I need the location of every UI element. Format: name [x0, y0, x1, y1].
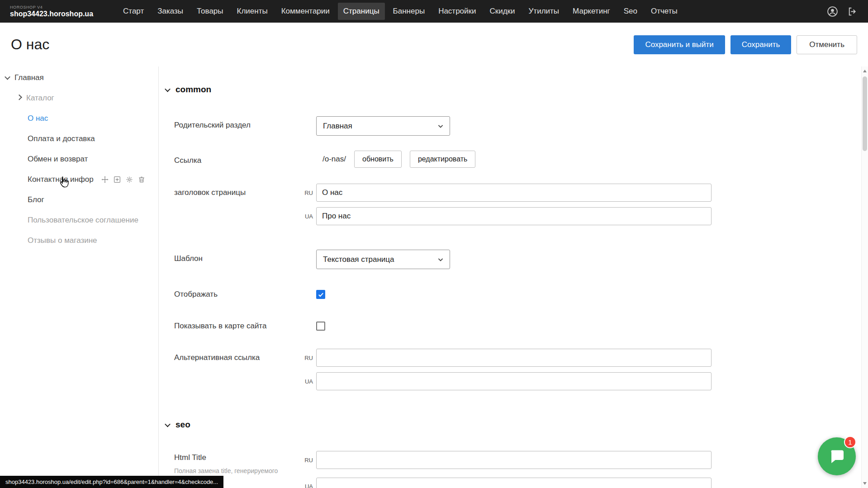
lang-badge-ru: RU: [299, 355, 313, 361]
nav-item-pages[interactable]: Страницы: [338, 3, 385, 20]
topbar-actions: [826, 5, 858, 18]
chevron-right-icon: [16, 95, 22, 100]
sidebar-item-label: Блог: [28, 195, 44, 204]
html-title-ua-input[interactable]: [316, 478, 711, 488]
nav-item-settings[interactable]: Настройки: [433, 3, 481, 20]
chat-unread-badge: 1: [844, 436, 856, 448]
template-select[interactable]: Текстовая страница: [316, 250, 450, 269]
sidebar-item-otzyvy-o-magazine[interactable]: Отзывы о магазине: [0, 230, 158, 251]
sidebar-item-label: Пользовательское соглашение: [28, 216, 138, 225]
lang-badge-ua: UA: [299, 378, 313, 385]
header-buttons: Сохранить и выйти Сохранить Отменить: [634, 35, 857, 54]
nav-item-comments[interactable]: Комментарии: [276, 3, 335, 20]
sidebar-item-label: Каталог: [26, 94, 54, 103]
sidebar-item-o-nas[interactable]: О нас: [0, 108, 158, 128]
save-button[interactable]: Сохранить: [730, 35, 791, 54]
section-seo-label: seo: [175, 420, 190, 430]
display-checkbox[interactable]: [316, 290, 325, 299]
brand[interactable]: HOROSHOP V4 shop34423.horoshop.ua: [10, 5, 93, 18]
alt-link-ru-input[interactable]: [316, 349, 711, 367]
sidebar-item-label: Оплата и доставка: [28, 134, 95, 143]
sidebar-item-blog[interactable]: Блог: [0, 190, 158, 210]
brand-domain: shop34423.horoshop.ua: [10, 10, 93, 18]
chat-bubble-icon: [828, 448, 845, 465]
vertical-scrollbar[interactable]: [861, 66, 868, 488]
chevron-down-icon: [5, 74, 10, 80]
html-title-label: Html Title: [174, 453, 206, 462]
parent-section-value: Главная: [323, 122, 352, 131]
sidebar-page-tree: Главная Каталог О нас Оплата и доставка …: [0, 66, 159, 488]
parent-section-label: Родительский раздел: [174, 121, 251, 130]
sitemap-label: Показывать в карте сайта: [174, 322, 266, 331]
page-header: О нас Сохранить и выйти Сохранить Отмени…: [0, 23, 868, 66]
nav-item-utilities[interactable]: Утилиты: [523, 3, 565, 20]
sidebar-item-katalog[interactable]: Каталог: [0, 88, 158, 108]
scrollbar-thumb[interactable]: [863, 76, 867, 151]
cancel-button[interactable]: Отменить: [797, 35, 857, 54]
chevron-down-icon: [165, 86, 171, 92]
sidebar-item-kontaktnaya-informatsiya[interactable]: Контактная инфор: [0, 169, 158, 190]
link-preview-statusbar: shop34423.horoshop.ua/edit/edit.php?id=6…: [0, 476, 223, 488]
topbar: HOROSHOP V4 shop34423.horoshop.ua Старт …: [0, 0, 868, 23]
parent-section-select[interactable]: Главная: [316, 116, 450, 136]
nav-item-products[interactable]: Товары: [191, 3, 228, 20]
section-common-label: common: [175, 85, 211, 95]
nav-item-marketing[interactable]: Маркетинг: [567, 3, 616, 20]
page-title-field-label: заголовок страницы: [174, 188, 246, 197]
link-row: /o-nas/ обновить редактировать: [323, 151, 475, 168]
page-title-ua-input[interactable]: [316, 207, 711, 225]
page-title: О нас: [11, 36, 49, 53]
sidebar-item-oplata-i-dostavka[interactable]: Оплата и доставка: [0, 128, 158, 149]
nav-item-orders[interactable]: Заказы: [152, 3, 189, 20]
gear-icon[interactable]: [125, 175, 133, 184]
nav-item-start[interactable]: Старт: [118, 3, 149, 20]
sidebar-item-obmen-i-vozvrat[interactable]: Обмен и возврат: [0, 149, 158, 169]
move-icon[interactable]: [101, 175, 109, 184]
html-title-ru-input[interactable]: [316, 451, 711, 469]
nav-item-discounts[interactable]: Скидки: [484, 3, 520, 20]
link-path: /o-nas/: [323, 155, 346, 164]
nav-item-clients[interactable]: Клиенты: [232, 3, 273, 20]
section-common[interactable]: common: [166, 85, 211, 95]
chat-widget-button[interactable]: 1: [818, 437, 856, 475]
sitemap-checkbox[interactable]: [316, 322, 325, 331]
display-label: Отображать: [174, 290, 218, 299]
sidebar-item-label: Контактная инфор: [28, 175, 94, 184]
sidebar-item-label: О нас: [28, 114, 48, 123]
lang-badge-ua: UA: [299, 213, 313, 220]
lang-badge-ru: RU: [299, 457, 313, 464]
save-and-exit-button[interactable]: Сохранить и выйти: [634, 35, 725, 54]
page-title-ru-input[interactable]: [316, 184, 711, 202]
nav-item-reports[interactable]: Отчеты: [645, 3, 683, 20]
template-label: Шаблон: [174, 254, 203, 263]
page-edit-form: common Родительский раздел Главная Ссылк…: [159, 66, 857, 488]
top-nav: Старт Заказы Товары Клиенты Комментарии …: [118, 3, 683, 20]
app-root: HOROSHOP V4 shop34423.horoshop.ua Старт …: [0, 0, 868, 488]
logout-icon[interactable]: [847, 6, 858, 17]
sidebar-item-label: Отзывы о магазине: [28, 236, 97, 245]
nav-item-seo[interactable]: Seo: [618, 3, 643, 20]
tree-row-actions: [101, 175, 146, 184]
scroll-down-arrow[interactable]: [862, 480, 868, 487]
link-refresh-button[interactable]: обновить: [354, 151, 402, 168]
sidebar-item-label: Обмен и возврат: [28, 155, 88, 164]
link-label: Ссылка: [174, 156, 201, 165]
add-icon[interactable]: [113, 175, 121, 184]
link-edit-button[interactable]: редактировать: [410, 151, 475, 168]
html-title-hint: Полная замена title, генерируемого: [174, 467, 278, 474]
scroll-up-arrow[interactable]: [862, 67, 868, 75]
lang-badge-ua: UA: [299, 483, 313, 488]
nav-item-banners[interactable]: Баннеры: [388, 3, 431, 20]
alt-link-label: Альтернативная ссылка: [174, 353, 260, 362]
section-seo[interactable]: seo: [166, 420, 190, 430]
alt-link-ua-input[interactable]: [316, 372, 711, 390]
chevron-down-icon: [436, 122, 445, 131]
lang-badge-ru: RU: [299, 190, 313, 196]
account-icon[interactable]: [826, 5, 839, 18]
brand-version: HOROSHOP V4: [10, 5, 93, 10]
sidebar-item-polzovatelskoe-soglashenie[interactable]: Пользовательское соглашение: [0, 210, 158, 230]
check-icon: [318, 291, 324, 298]
chevron-down-icon: [165, 421, 171, 427]
sidebar-item-glavnaya[interactable]: Главная: [0, 67, 158, 88]
trash-icon[interactable]: [138, 175, 146, 184]
